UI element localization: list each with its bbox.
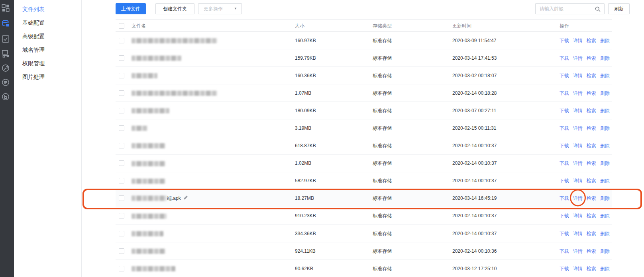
action-details[interactable]: 详情 xyxy=(573,72,583,79)
create-folder-button[interactable]: 创建文件夹 xyxy=(155,3,194,14)
action-details[interactable]: 详情 xyxy=(573,195,583,202)
action-retrieve[interactable]: 检索 xyxy=(587,142,596,149)
header-storage-type: 存储类型 xyxy=(373,20,392,32)
action-retrieve[interactable]: 检索 xyxy=(587,107,596,114)
action-details[interactable]: 详情 xyxy=(573,55,583,61)
row-checkbox[interactable] xyxy=(119,160,124,166)
action-download[interactable]: 下载 xyxy=(560,213,569,219)
table-row: 159.79KB 标准存储 2020-03-14 17:41:53 下载详情检索… xyxy=(116,49,612,67)
row-checkbox[interactable] xyxy=(119,90,124,96)
storage-bucket-icon[interactable] xyxy=(1,19,10,29)
row-checkbox[interactable] xyxy=(119,195,124,201)
action-download[interactable]: 下载 xyxy=(560,230,569,237)
action-retrieve[interactable]: 检索 xyxy=(587,125,596,132)
action-details[interactable]: 详情 xyxy=(573,90,583,96)
action-retrieve[interactable]: 检索 xyxy=(587,265,596,272)
action-download[interactable]: 下载 xyxy=(560,107,569,114)
action-retrieve[interactable]: 检索 xyxy=(587,195,596,202)
action-details[interactable]: 详情 xyxy=(573,125,583,132)
action-download[interactable]: 下载 xyxy=(560,142,569,149)
action-delete[interactable]: 删除 xyxy=(600,142,610,149)
row-checkbox[interactable] xyxy=(119,248,124,254)
action-retrieve[interactable]: 检索 xyxy=(587,37,596,44)
action-download[interactable]: 下载 xyxy=(560,195,569,202)
action-details[interactable]: 详情 xyxy=(573,213,583,219)
action-download[interactable]: 下载 xyxy=(560,90,569,96)
action-delete[interactable]: 删除 xyxy=(600,213,610,219)
action-details[interactable]: 详情 xyxy=(573,37,583,44)
prefix-search-input[interactable] xyxy=(536,4,594,14)
search-icon[interactable] xyxy=(595,6,601,14)
row-checkbox[interactable] xyxy=(119,73,124,78)
sidebar-item-advanced-config[interactable]: 高级配置 xyxy=(14,29,81,43)
action-delete[interactable]: 删除 xyxy=(600,37,610,44)
action-download[interactable]: 下载 xyxy=(560,160,569,167)
upload-file-button[interactable]: 上传文件 xyxy=(116,3,146,14)
row-checkbox[interactable] xyxy=(119,38,124,43)
action-delete[interactable]: 删除 xyxy=(600,90,610,96)
action-delete[interactable]: 删除 xyxy=(600,230,610,237)
action-delete[interactable]: 删除 xyxy=(600,265,610,272)
action-retrieve[interactable]: 检索 xyxy=(587,230,596,237)
action-download[interactable]: 下载 xyxy=(560,37,569,44)
row-checkbox[interactable] xyxy=(119,108,124,113)
row-actions: 下载详情检索删除 xyxy=(560,230,610,237)
action-delete[interactable]: 删除 xyxy=(600,72,610,79)
redacted-file-name xyxy=(132,178,165,183)
storage-type: 标准存储 xyxy=(373,265,392,272)
tune-lines-icon[interactable] xyxy=(1,78,10,87)
action-details[interactable]: 详情 xyxy=(573,248,583,254)
redacted-file-name xyxy=(132,266,175,271)
sidebar-item-image-processing[interactable]: 图片处理 xyxy=(14,70,81,84)
action-delete[interactable]: 删除 xyxy=(600,107,610,114)
action-details[interactable]: 详情 xyxy=(573,230,583,237)
action-details[interactable]: 详情 xyxy=(573,107,583,114)
refresh-button[interactable]: 刷新 xyxy=(608,3,630,14)
row-checkbox[interactable] xyxy=(119,213,124,218)
action-details[interactable]: 详情 xyxy=(573,160,583,167)
action-retrieve[interactable]: 检索 xyxy=(587,55,596,61)
action-retrieve[interactable]: 检索 xyxy=(587,90,596,96)
row-checkbox[interactable] xyxy=(119,178,124,183)
edit-pencil-icon[interactable] xyxy=(183,195,188,201)
sidebar-item-domain-management[interactable]: 域名管理 xyxy=(14,43,81,57)
storage-type: 标准存储 xyxy=(373,125,392,132)
action-download[interactable]: 下载 xyxy=(560,265,569,272)
action-retrieve[interactable]: 检索 xyxy=(587,178,596,184)
action-delete[interactable]: 删除 xyxy=(600,160,610,167)
action-details[interactable]: 详情 xyxy=(573,265,583,272)
redacted-file-name xyxy=(132,108,169,113)
action-download[interactable]: 下载 xyxy=(560,125,569,132)
action-details[interactable]: 详情 xyxy=(573,142,583,149)
tools-wrench-icon[interactable] xyxy=(1,63,10,73)
row-checkbox[interactable] xyxy=(119,266,124,271)
task-check-icon[interactable] xyxy=(1,34,10,44)
action-retrieve[interactable]: 检索 xyxy=(587,248,596,254)
redacted-file-name xyxy=(132,91,217,96)
action-retrieve[interactable]: 检索 xyxy=(587,72,596,79)
node-structure-icon[interactable] xyxy=(1,49,10,59)
sidebar-item-basic-config[interactable]: 基础配置 xyxy=(14,16,81,29)
action-delete[interactable]: 删除 xyxy=(600,195,610,202)
sidebar-item-permission-management[interactable]: 权限管理 xyxy=(14,57,81,70)
info-circle-icon[interactable] xyxy=(1,92,10,101)
action-delete[interactable]: 删除 xyxy=(600,55,610,61)
action-download[interactable]: 下载 xyxy=(560,72,569,79)
console-grid-icon[interactable] xyxy=(1,3,10,13)
row-checkbox[interactable] xyxy=(119,125,124,131)
row-checkbox[interactable] xyxy=(119,231,124,236)
action-details[interactable]: 详情 xyxy=(573,178,583,184)
row-checkbox[interactable] xyxy=(119,55,124,61)
action-retrieve[interactable]: 检索 xyxy=(587,160,596,167)
action-download[interactable]: 下载 xyxy=(560,248,569,254)
sidebar-item-file-list[interactable]: 文件列表 xyxy=(14,2,81,16)
action-delete[interactable]: 删除 xyxy=(600,248,610,254)
more-actions-dropdown[interactable]: 更多操作 ▼ xyxy=(198,3,242,14)
row-checkbox[interactable] xyxy=(119,143,124,148)
action-download[interactable]: 下载 xyxy=(560,178,569,184)
action-retrieve[interactable]: 检索 xyxy=(587,213,596,219)
action-delete[interactable]: 删除 xyxy=(600,125,610,132)
select-all-checkbox[interactable] xyxy=(119,23,124,29)
action-delete[interactable]: 删除 xyxy=(600,178,610,184)
action-download[interactable]: 下载 xyxy=(560,55,569,61)
